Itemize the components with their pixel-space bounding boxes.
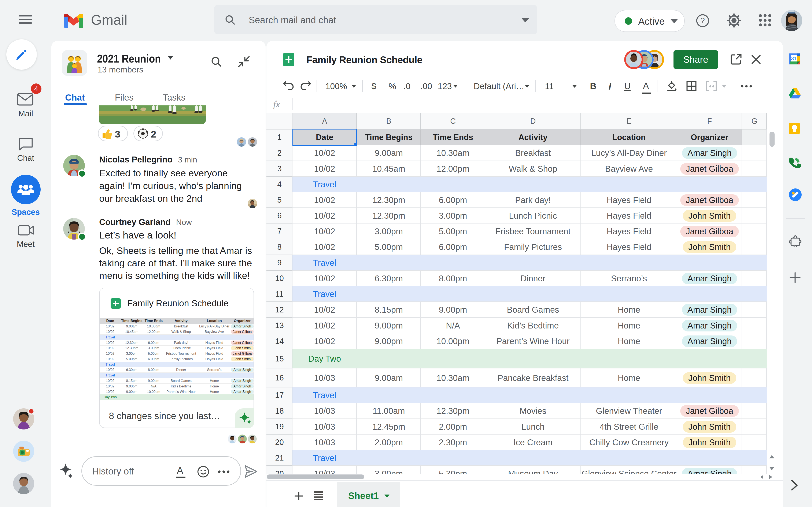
svg-text:?: ?	[701, 16, 705, 25]
svg-text:31: 31	[791, 56, 797, 61]
